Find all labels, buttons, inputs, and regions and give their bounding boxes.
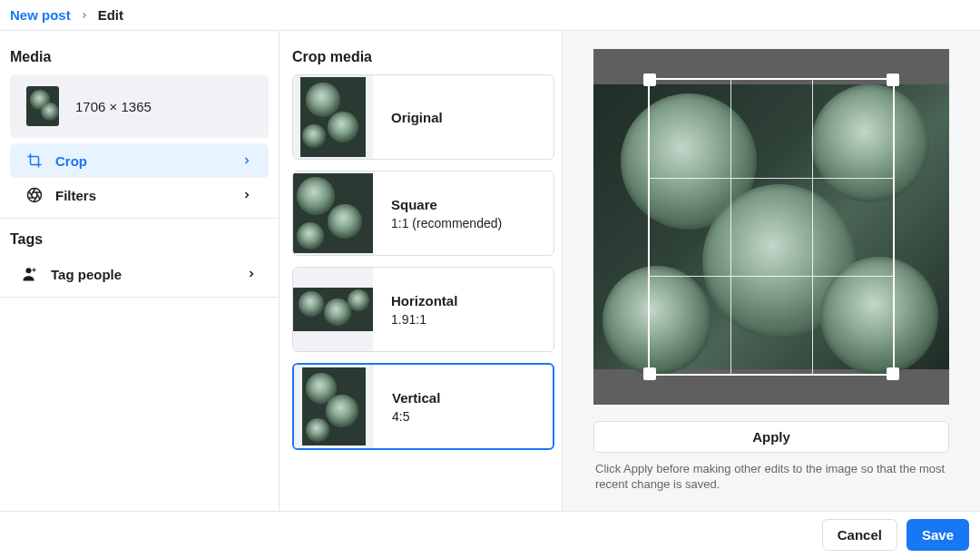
sidebar-item-label: Filters <box>55 188 96 203</box>
grid-line <box>812 80 813 374</box>
footer: Cancel Save <box>0 511 980 558</box>
grid-line <box>650 276 893 277</box>
crop-option-ratio: 4:5 <box>392 409 440 424</box>
crop-option-name: Original <box>391 110 443 125</box>
crop-option-square[interactable]: Square 1:1 (recommended) <box>292 171 554 256</box>
chevron-right-icon <box>241 190 252 201</box>
breadcrumb: New post Edit <box>0 0 980 31</box>
app-root: New post Edit Media 1706 × 1365 <box>0 0 980 558</box>
media-dimensions: 1706 × 1365 <box>75 99 152 114</box>
media-section-title: Media <box>0 42 279 74</box>
crop-option-name: Square <box>391 197 502 212</box>
divider <box>0 297 279 298</box>
svg-point-7 <box>26 268 32 273</box>
crop-options-panel: Crop media Original <box>279 31 563 511</box>
preview-pane: Apply Click Apply before making other ed… <box>563 31 980 511</box>
media-thumbnail <box>26 86 59 126</box>
sidebar: Media 1706 × 1365 <box>0 31 279 511</box>
chevron-right-icon <box>246 269 257 279</box>
crop-box[interactable] <box>648 78 895 376</box>
chevron-right-icon <box>241 155 252 166</box>
crop-handle-top-right[interactable] <box>887 73 899 86</box>
tags-section-title: Tags <box>0 224 279 257</box>
cancel-button[interactable]: Cancel <box>822 519 897 551</box>
sidebar-item-crop[interactable]: Crop <box>10 143 269 178</box>
crop-handle-bottom-left[interactable] <box>643 367 656 380</box>
crop-handle-top-left[interactable] <box>643 73 656 86</box>
grid-line <box>650 178 893 179</box>
crop-option-name: Vertical <box>392 390 440 406</box>
crop-option-ratio: 1.91:1 <box>391 312 457 327</box>
aperture-icon <box>26 187 43 203</box>
sidebar-item-label: Tag people <box>51 267 122 282</box>
grid-line <box>730 80 731 374</box>
crop-option-name: Horizontal <box>391 293 457 308</box>
crop-option-original[interactable]: Original <box>292 74 554 160</box>
main-content: Media 1706 × 1365 <box>0 31 980 511</box>
sidebar-item-filters[interactable]: Filters <box>10 178 269 212</box>
crop-handle-bottom-right[interactable] <box>887 367 899 380</box>
person-add-icon <box>22 266 38 282</box>
crop-preview <box>294 365 374 448</box>
crop-media-title: Crop media <box>292 42 554 74</box>
apply-hint: Click Apply before making other edits to… <box>593 453 949 493</box>
crop-preview <box>293 75 373 159</box>
crop-option-vertical[interactable]: Vertical 4:5 <box>292 363 554 450</box>
breadcrumb-current: Edit <box>98 7 123 23</box>
sidebar-item-tag-people[interactable]: Tag people <box>5 257 273 291</box>
crop-preview <box>293 268 373 351</box>
crop-option-horizontal[interactable]: Horizontal 1.91:1 <box>292 267 554 352</box>
media-thumbnail-card[interactable]: 1706 × 1365 <box>10 74 269 138</box>
crop-options-list: Original Square 1:1 (recommended) <box>292 74 554 461</box>
crop-icon <box>26 152 43 169</box>
crop-preview <box>293 171 373 255</box>
divider <box>0 218 279 219</box>
chevron-right-icon <box>80 11 89 20</box>
crop-option-ratio: 1:1 (recommended) <box>391 216 502 230</box>
apply-button[interactable]: Apply <box>593 421 949 453</box>
save-button[interactable]: Save <box>906 519 969 551</box>
sidebar-item-label: Crop <box>55 153 87 169</box>
image-frame <box>593 49 949 405</box>
breadcrumb-newpost-link[interactable]: New post <box>10 7 71 23</box>
